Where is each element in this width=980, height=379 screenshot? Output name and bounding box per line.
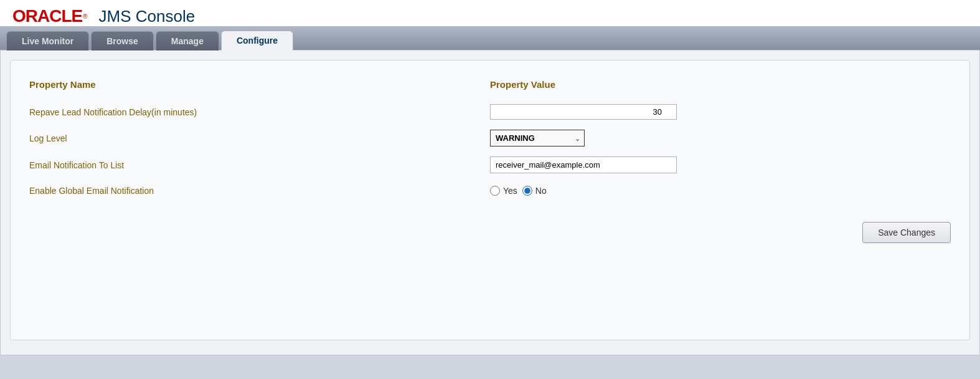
tab-manage[interactable]: Manage bbox=[156, 31, 219, 50]
oracle-registered-mark: ® bbox=[83, 13, 87, 20]
value-email-notification-list bbox=[490, 151, 951, 178]
oracle-text: ORACLE bbox=[12, 6, 82, 26]
radio-yes-label: Yes bbox=[503, 186, 517, 196]
app-title: JMS Console bbox=[99, 7, 196, 26]
main-content: Property Name Property Value Repave Lead… bbox=[0, 50, 980, 355]
property-grid: Property Name Property Value Repave Lead… bbox=[29, 73, 951, 243]
label-repave-delay: Repave Lead Notification Delay(in minute… bbox=[29, 99, 490, 125]
radio-no[interactable] bbox=[522, 186, 532, 196]
radio-option-no[interactable]: No bbox=[522, 186, 547, 196]
radio-group-global-email: Yes No bbox=[490, 186, 547, 196]
tab-browse[interactable]: Browse bbox=[91, 31, 154, 50]
label-log-level: Log Level bbox=[29, 125, 490, 151]
value-repave-delay bbox=[490, 99, 951, 125]
input-email-notification-list[interactable] bbox=[490, 156, 677, 173]
save-button-container: Save Changes bbox=[29, 203, 951, 243]
nav-bar: Live Monitor Browse Manage Configure bbox=[0, 26, 980, 50]
radio-yes[interactable] bbox=[490, 186, 500, 196]
value-enable-global-email: Yes No bbox=[490, 178, 951, 203]
tab-configure[interactable]: Configure bbox=[221, 31, 293, 50]
save-button-row: Save Changes bbox=[29, 203, 951, 243]
label-enable-global-email: Enable Global Email Notification bbox=[29, 178, 490, 203]
input-repave-delay[interactable] bbox=[490, 104, 677, 120]
tab-live-monitor[interactable]: Live Monitor bbox=[6, 31, 89, 50]
select-log-level[interactable]: DEBUG INFO WARNING ERROR FATAL bbox=[491, 130, 584, 146]
oracle-logo: ORACLE® bbox=[12, 6, 88, 26]
label-email-notification-list: Email Notification To List bbox=[29, 151, 490, 178]
value-log-level: DEBUG INFO WARNING ERROR FATAL ⌄ bbox=[490, 125, 951, 151]
radio-no-label: No bbox=[535, 186, 547, 196]
header: ORACLE® JMS Console bbox=[0, 0, 980, 26]
col-header-property-value: Property Value bbox=[490, 73, 951, 99]
col-header-property-name: Property Name bbox=[29, 73, 490, 99]
content-panel: Property Name Property Value Repave Lead… bbox=[10, 60, 970, 340]
save-changes-button[interactable]: Save Changes bbox=[862, 222, 951, 243]
radio-option-yes[interactable]: Yes bbox=[490, 186, 517, 196]
select-wrapper-log-level: DEBUG INFO WARNING ERROR FATAL ⌄ bbox=[490, 130, 585, 146]
